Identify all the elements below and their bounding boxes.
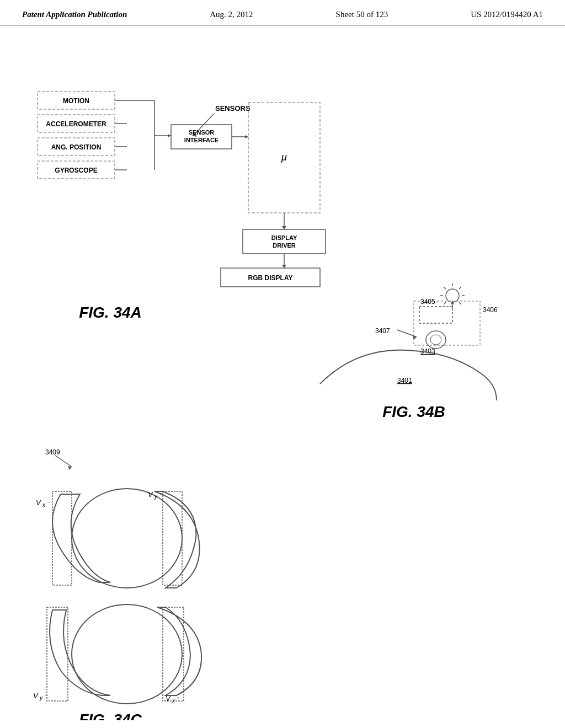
svg-marker-31	[282, 265, 286, 268]
main-content: MOTION ACCELEROMETER ANG. POSITION GYROS…	[0, 25, 565, 720]
svg-line-40	[444, 287, 446, 289]
svg-text:3406: 3406	[483, 306, 498, 314]
svg-text:ANG. POSITION: ANG. POSITION	[51, 143, 102, 151]
svg-marker-22	[245, 135, 248, 138]
svg-text:V: V	[148, 490, 153, 499]
svg-text:3405: 3405	[420, 298, 435, 306]
svg-text:V: V	[166, 694, 171, 703]
svg-text:SENSORS: SENSORS	[215, 104, 250, 113]
svg-text:⁻: ⁻	[47, 500, 50, 506]
sheet-info: Sheet 50 of 123	[336, 10, 388, 19]
svg-text:FIG. 34C: FIG. 34C	[79, 711, 142, 720]
svg-rect-46	[419, 307, 452, 323]
svg-text:INTERFACE: INTERFACE	[184, 137, 218, 143]
svg-text:DRIVER: DRIVER	[273, 242, 296, 249]
svg-text:⁺: ⁺	[159, 491, 162, 498]
svg-text:y: y	[39, 695, 43, 701]
svg-marker-26	[282, 226, 286, 229]
svg-text:ACCELEROMETER: ACCELEROMETER	[46, 120, 106, 128]
svg-marker-49	[451, 301, 454, 304]
svg-text:RGB DISPLAY: RGB DISPLAY	[248, 274, 293, 282]
svg-text:⁺: ⁺	[177, 695, 180, 702]
svg-text:GYROSCOPE: GYROSCOPE	[55, 167, 97, 174]
svg-text:μ: μ	[281, 152, 287, 163]
svg-text:x: x	[42, 502, 46, 508]
svg-point-35	[446, 289, 459, 302]
svg-text:3401: 3401	[397, 377, 412, 384]
svg-marker-60	[68, 466, 72, 470]
svg-point-51	[430, 335, 441, 345]
svg-line-59	[55, 456, 72, 467]
svg-rect-27	[243, 229, 326, 254]
svg-text:⁻: ⁻	[44, 693, 47, 699]
svg-line-41	[459, 302, 461, 304]
svg-point-50	[426, 331, 446, 349]
publication-date: Aug. 2, 2012	[210, 10, 253, 19]
svg-text:SENSOR: SENSOR	[189, 129, 215, 136]
svg-text:MOTION: MOTION	[63, 97, 89, 105]
svg-text:FIG. 34A: FIG. 34A	[79, 304, 142, 321]
svg-text:V: V	[33, 692, 39, 700]
publication-title: Patent Application Publication	[22, 10, 127, 19]
patent-number: US 2012/0194420 A1	[471, 10, 543, 19]
page-header: Patent Application Publication Aug. 2, 2…	[0, 0, 565, 25]
svg-text:x: x	[172, 698, 175, 704]
svg-marker-17	[168, 134, 171, 137]
svg-point-63	[72, 489, 182, 588]
svg-text:DISPLAY: DISPLAY	[271, 234, 297, 241]
svg-line-42	[459, 287, 461, 289]
svg-text:y: y	[154, 494, 158, 500]
svg-point-72	[72, 604, 182, 704]
svg-text:3409: 3409	[45, 448, 60, 456]
svg-text:3407: 3407	[375, 327, 390, 335]
svg-line-43	[444, 302, 446, 304]
svg-text:V: V	[36, 499, 41, 507]
svg-text:FIG. 34B: FIG. 34B	[382, 403, 445, 420]
